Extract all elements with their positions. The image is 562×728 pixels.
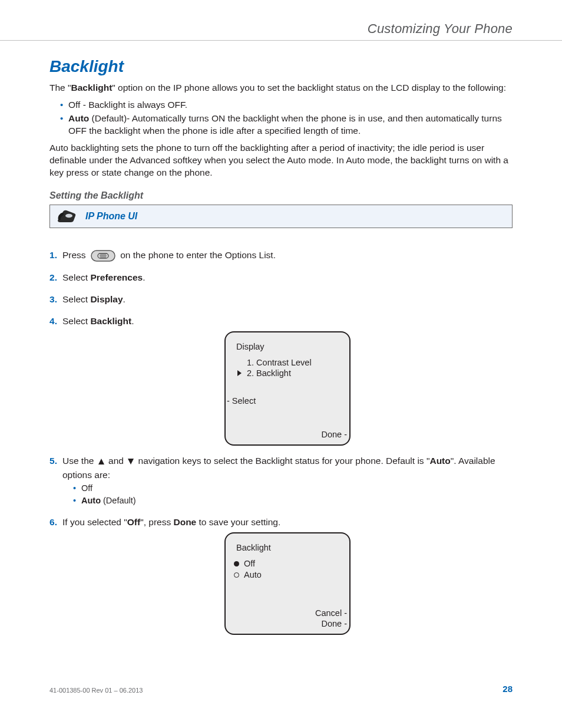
bullet-off: Off - Backlight is always OFF. <box>60 99 513 111</box>
svg-point-0 <box>65 214 72 218</box>
bullet-auto: Auto (Default)- Automatically turns ON t… <box>60 113 513 137</box>
lcd-list: 1. Contrast Level 2. Backlight <box>232 357 343 378</box>
lcd-title: Display <box>232 341 343 354</box>
radio-selected-icon <box>234 561 239 566</box>
text: and <box>108 456 124 466</box>
text-bold: Done <box>173 517 196 527</box>
lcd-softkey-right: Done - <box>232 429 347 440</box>
page-footer: 41-001385-00 Rev 01 – 06.2013 28 <box>49 684 513 694</box>
phone-icon <box>56 209 77 224</box>
running-head: Customizing Your Phone <box>49 21 513 37</box>
text: Press <box>62 250 86 260</box>
text: If you selected " <box>62 517 127 527</box>
doc-reference: 41-001385-00 Rev 01 – 06.2013 <box>49 687 143 694</box>
lcd-option-off: Off <box>232 558 343 569</box>
lcd-backlight-menu: Backlight Off Auto Cancel - Done - <box>224 532 351 635</box>
text: . <box>131 316 134 326</box>
text-bold: Backlight <box>71 83 113 93</box>
lcd-option-auto: Auto <box>232 569 343 581</box>
page-number: 28 <box>503 684 513 694</box>
text: Use the <box>62 456 94 466</box>
step5-options: Off Auto (Default) <box>62 483 513 507</box>
section-title: Backlight <box>49 57 513 76</box>
intro-paragraph: The "Backlight" option on the IP phone a… <box>49 82 513 94</box>
sub-heading: Setting the Backlight <box>49 190 513 201</box>
text: The " <box>49 83 71 93</box>
lcd-item-selected: 2. Backlight <box>247 368 343 378</box>
step-3: Select Display. <box>49 292 513 306</box>
step-6: If you selected "Off", press Done to sav… <box>49 515 513 635</box>
banner-label: IP Phone UI <box>85 211 137 222</box>
text-bold: Display <box>90 294 123 304</box>
lcd-softkey-right: Cancel - Done - <box>232 608 347 629</box>
text: . <box>123 294 125 304</box>
text-bold: Backlight <box>90 316 131 326</box>
text: ", press <box>140 517 173 527</box>
text-bold: Auto <box>429 456 450 466</box>
text: on the phone to enter the Options List. <box>120 250 276 260</box>
text: (Default)- Automatically turns ON the ba… <box>68 113 502 136</box>
option-off: Off <box>73 483 513 495</box>
text: Select <box>62 294 90 304</box>
steps-list: Press on the phone to enter the Options … <box>49 248 513 634</box>
text: (Default) <box>101 496 136 505</box>
step-5: Use the and navigation keys to select th… <box>49 454 513 507</box>
page: Customizing Your Phone Backlight The "Ba… <box>0 0 562 728</box>
lcd-softkey-left: - Select <box>227 395 343 408</box>
ip-phone-ui-banner: IP Phone UI <box>49 205 513 228</box>
nav-down-icon <box>127 458 134 465</box>
step-4: Select Backlight. Display 1. Contrast Le… <box>49 314 513 446</box>
step-1: Press on the phone to enter the Options … <box>49 248 513 262</box>
text-bold: Preferences <box>90 272 143 282</box>
svg-marker-7 <box>128 459 134 465</box>
text: . <box>143 272 145 282</box>
text: navigation keys to select the Backlight … <box>138 456 430 466</box>
text-bold: Auto <box>81 496 101 505</box>
text: to save your setting. <box>196 517 280 527</box>
lcd-softkey-done: Done - <box>232 618 347 629</box>
text-bold: Off <box>127 517 140 527</box>
text: " option on the IP phone allows you to s… <box>112 83 506 93</box>
svg-marker-6 <box>98 459 104 465</box>
lcd-title: Backlight <box>232 542 343 555</box>
text-bold: Auto <box>68 113 89 123</box>
nav-up-icon <box>98 458 105 465</box>
options-key-icon <box>91 250 115 262</box>
text: Off <box>244 558 255 569</box>
text: Auto <box>244 569 262 581</box>
lcd-item: 1. Contrast Level <box>247 357 343 368</box>
paragraph: Auto backlighting sets the phone to turn… <box>49 142 513 179</box>
option-auto: Auto (Default) <box>73 495 513 507</box>
radio-unselected-icon <box>234 572 239 578</box>
lcd-softkey-cancel: Cancel - <box>232 608 347 618</box>
text: Select <box>62 316 90 326</box>
step-2: Select Preferences. <box>49 271 513 284</box>
lcd-display-menu: Display 1. Contrast Level 2. Backlight -… <box>224 331 351 446</box>
intro-bullets: Off - Backlight is always OFF. Auto (Def… <box>49 99 513 137</box>
text: Select <box>62 272 90 282</box>
header-rule <box>49 40 513 41</box>
